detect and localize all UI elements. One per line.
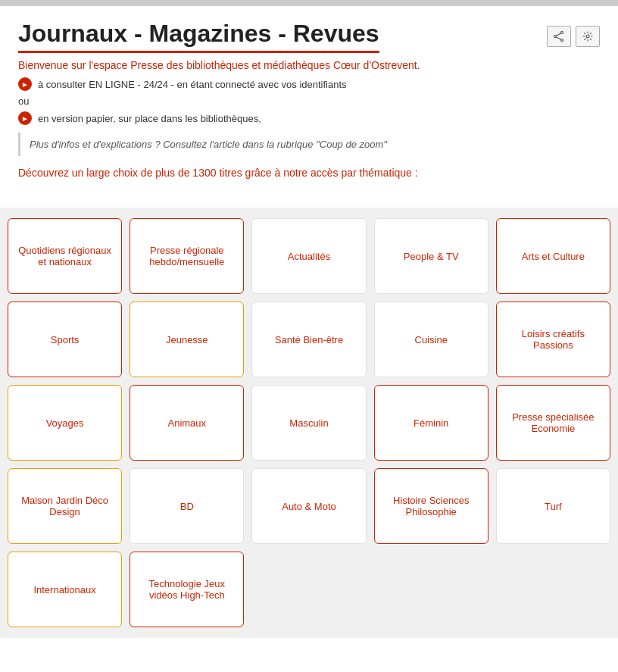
category-card-arts-culture[interactable]: Arts et Culture [496, 218, 610, 294]
welcome-text: Bienvenue sur l'espace Presse des biblio… [18, 59, 600, 71]
ou-text: ou [18, 95, 600, 107]
category-card-bd[interactable]: BD [130, 468, 244, 544]
category-card-auto-moto[interactable]: Auto & Moto [251, 468, 366, 544]
paper-item: ► en version papier, sur place dans les … [18, 111, 600, 125]
svg-point-0 [561, 32, 563, 34]
online-item: ► à consulter EN LIGNE - 24/24 - en étan… [18, 77, 600, 91]
svg-point-1 [561, 39, 563, 42]
page-title: Journaux - Magazines - Revues [18, 20, 379, 53]
category-card-turf[interactable]: Turf [496, 468, 610, 544]
category-card-maison[interactable]: Maison Jardin Déco Design [8, 468, 122, 544]
discover-text: Découvrez un large choix de plus de 1300… [18, 167, 600, 179]
quote-text: Plus d'infos et d'explications ? Consult… [30, 139, 387, 150]
category-card-jeunesse[interactable]: Jeunesse [130, 302, 244, 377]
online-arrow-icon: ► [18, 77, 32, 91]
category-card-cuisine[interactable]: Cuisine [374, 302, 488, 377]
quote-box: Plus d'infos et d'explications ? Consult… [18, 133, 600, 156]
svg-point-2 [554, 36, 557, 38]
category-card-presse-eco[interactable]: Presse spécialisée Economie [496, 385, 610, 461]
share-button[interactable] [547, 26, 571, 47]
category-card-quotidiens[interactable]: Quotidiens régionaux et nationaux [8, 218, 122, 294]
category-card-feminin[interactable]: Féminin [374, 385, 488, 461]
category-card-histoire[interactable]: Histoire Sciences Philosophie [374, 468, 488, 544]
svg-line-3 [556, 33, 560, 36]
svg-point-5 [586, 35, 589, 38]
category-card-techno[interactable]: Technologie Jeux vidéos High-Tech [130, 552, 244, 627]
category-card-sante[interactable]: Santé Bien-être [251, 302, 366, 377]
svg-line-4 [556, 37, 560, 39]
category-card-animaux[interactable]: Animaux [130, 385, 244, 461]
category-card-presse-regionale[interactable]: Presse régionale hebdo/mensuelle [130, 218, 244, 294]
category-card-masculin[interactable]: Masculin [251, 385, 366, 461]
category-card-loisirs[interactable]: Loisirs créatifs Passions [496, 302, 610, 377]
category-grid: Quotidiens régionaux et nationauxPresse … [8, 218, 610, 627]
paper-label: en version papier, sur place dans les bi… [38, 113, 261, 124]
category-grid-section: Quotidiens régionaux et nationauxPresse … [0, 208, 618, 638]
category-card-people-tv[interactable]: People & TV [374, 218, 488, 294]
category-card-actualites[interactable]: Actualités [251, 218, 366, 294]
category-card-voyages[interactable]: Voyages [8, 385, 122, 461]
category-card-sports[interactable]: Sports [8, 302, 122, 377]
online-label: à consulter EN LIGNE - 24/24 - en étant … [38, 79, 347, 90]
paper-arrow-icon: ► [18, 111, 32, 125]
settings-button[interactable] [576, 26, 600, 47]
category-card-internationaux[interactable]: Internationaux [8, 552, 122, 627]
